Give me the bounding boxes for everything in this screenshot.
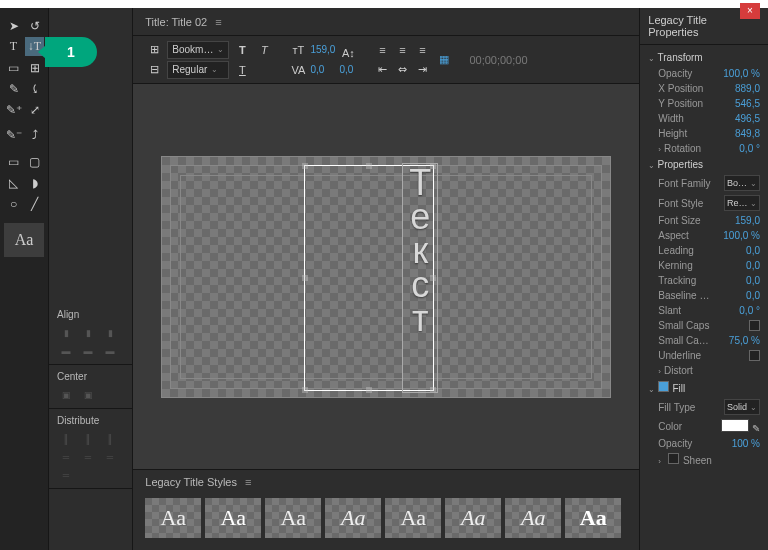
line-tool[interactable]: ╱ — [25, 194, 44, 213]
align-bottom[interactable]: ▬ — [101, 344, 119, 358]
align-right[interactable]: ▮ — [101, 326, 119, 340]
title-canvas[interactable]: Текст — [161, 156, 611, 398]
dist-1[interactable]: ║ — [57, 432, 75, 446]
style-swatch[interactable]: Aa — [505, 498, 561, 538]
ellipse-tool[interactable]: ○ — [4, 194, 23, 213]
properties-heading[interactable]: Properties — [648, 156, 760, 173]
roll-icon[interactable]: ⊟ — [145, 61, 163, 79]
kerning-value[interactable]: 0,0 — [746, 260, 760, 271]
selection-tool[interactable]: ➤ — [4, 16, 23, 35]
dist-3[interactable]: ║ — [101, 432, 119, 446]
italic-icon[interactable]: T — [255, 41, 273, 59]
fill-opacity-value[interactable]: 100 % — [732, 438, 760, 449]
ypos-label: Y Position — [658, 98, 703, 109]
ff-dd[interactable]: Bo… — [724, 175, 760, 191]
align-center-icon[interactable]: ≡ — [393, 41, 411, 59]
type-tool[interactable]: T — [4, 37, 23, 56]
rounded-rect-tool[interactable]: ▢ — [25, 152, 44, 171]
style-swatch[interactable]: Aa — [325, 498, 381, 538]
smallcaps-check[interactable] — [749, 320, 760, 331]
style-swatch[interactable]: Aa — [385, 498, 441, 538]
dist-2[interactable]: ║ — [79, 432, 97, 446]
align-top[interactable]: ▬ — [57, 344, 75, 358]
font-size-field[interactable]: 159,0 — [310, 44, 335, 55]
vertical-area-type-tool[interactable]: ⊞ — [25, 58, 44, 77]
show-video-icon[interactable]: ▦ — [435, 51, 453, 69]
smallcapsz-value[interactable]: 75,0 % — [729, 335, 760, 346]
wedge-tool[interactable]: ◺ — [4, 173, 23, 192]
font-style-dd[interactable]: Regular — [167, 61, 229, 79]
ypos-value[interactable]: 546,5 — [735, 98, 760, 109]
convert-anchor-tool[interactable]: ⤴ — [25, 125, 44, 144]
styles-menu-icon[interactable]: ≡ — [245, 476, 257, 488]
eyedropper-tool[interactable]: ⤢ — [25, 100, 44, 119]
kerning-icon: VA — [289, 61, 307, 79]
color-label: Color — [658, 421, 682, 432]
menu-icon[interactable]: ≡ — [215, 16, 227, 28]
tracking-value[interactable]: 0,0 — [746, 275, 760, 286]
path-type-tool[interactable]: ✎ — [4, 79, 23, 98]
bold-icon[interactable]: T — [233, 41, 251, 59]
sheen-check[interactable] — [668, 453, 679, 464]
xpos-value[interactable]: 889,0 — [735, 83, 760, 94]
arc-tool[interactable]: ◗ — [25, 173, 44, 192]
rectangle-tool[interactable]: ▭ — [4, 152, 23, 171]
dist-4[interactable]: ═ — [57, 450, 75, 464]
dist-6[interactable]: ═ — [101, 450, 119, 464]
eyedropper-icon[interactable]: ✎ — [752, 423, 760, 434]
leading-field[interactable]: 0,0 — [339, 64, 353, 75]
style-preview[interactable]: Aa — [4, 223, 44, 257]
size-value[interactable]: 159,0 — [735, 215, 760, 226]
aspect-value[interactable]: 100,0 % — [723, 230, 760, 241]
smallcapsz-label: Small Ca… — [658, 335, 709, 346]
leading-value[interactable]: 0,0 — [746, 245, 760, 256]
tab-right-icon[interactable]: ⇥ — [413, 61, 431, 79]
close-button[interactable]: × — [740, 3, 760, 19]
font-family-dd[interactable]: Bookm… — [167, 41, 229, 59]
rotate-tool[interactable]: ↺ — [25, 16, 44, 35]
align-left-icon[interactable]: ≡ — [373, 41, 391, 59]
align-right-icon[interactable]: ≡ — [413, 41, 431, 59]
width-value[interactable]: 496,5 — [735, 113, 760, 124]
style-swatch[interactable]: Aa — [205, 498, 261, 538]
style-swatch[interactable]: Aa — [265, 498, 321, 538]
add-anchor-tool[interactable]: ✎⁺ — [4, 100, 23, 119]
rotation-value[interactable]: 0,0 ° — [739, 143, 760, 154]
center-v[interactable]: ▣ — [79, 388, 97, 402]
fs-dd[interactable]: Re… — [724, 195, 760, 211]
fill-check[interactable] — [658, 381, 669, 392]
kerning-field[interactable]: 0,0 — [310, 64, 324, 75]
style-swatch[interactable]: Aa — [565, 498, 621, 538]
aspect-label: Aspect — [658, 230, 689, 241]
slant-value[interactable]: 0,0 ° — [739, 305, 760, 316]
pen-tool[interactable]: ⤹ — [25, 79, 44, 98]
filltype-dd[interactable]: Solid — [724, 399, 760, 415]
area-type-tool[interactable]: ▭ — [4, 58, 23, 77]
vertical-text[interactable]: Текст — [402, 163, 438, 393]
tab-center-icon[interactable]: ⇔ — [393, 61, 411, 79]
tab-left-icon[interactable]: ⇤ — [373, 61, 391, 79]
transform-heading[interactable]: Transform — [648, 49, 760, 66]
center-h[interactable]: ▣ — [57, 388, 75, 402]
canvas-area[interactable]: Текст — [133, 84, 639, 469]
slant-label: Slant — [658, 305, 681, 316]
color-swatch[interactable] — [721, 419, 749, 432]
underline-icon[interactable]: T — [233, 61, 251, 79]
height-value[interactable]: 849,8 — [735, 128, 760, 139]
align-vcenter[interactable]: ▬ — [79, 344, 97, 358]
style-swatch[interactable]: Aa — [445, 498, 501, 538]
style-swatches: Aa Aa Aa Aa Aa Aa Aa Aa — [133, 494, 639, 550]
underline-check[interactable] — [749, 350, 760, 361]
align-left[interactable]: ▮ — [57, 326, 75, 340]
size-label: Font Size — [658, 215, 700, 226]
delete-anchor-tool[interactable]: ✎⁻ — [4, 125, 23, 144]
height-label: Height — [658, 128, 687, 139]
style-swatch[interactable]: Aa — [145, 498, 201, 538]
align-hcenter[interactable]: ▮ — [79, 326, 97, 340]
fill-heading[interactable]: Fill — [648, 378, 760, 397]
dist-5[interactable]: ═ — [79, 450, 97, 464]
baseline-value[interactable]: 0,0 — [746, 290, 760, 301]
template-icon[interactable]: ⊞ — [145, 41, 163, 59]
dist-7[interactable]: ═ — [57, 468, 75, 482]
opacity-value[interactable]: 100,0 % — [723, 68, 760, 79]
